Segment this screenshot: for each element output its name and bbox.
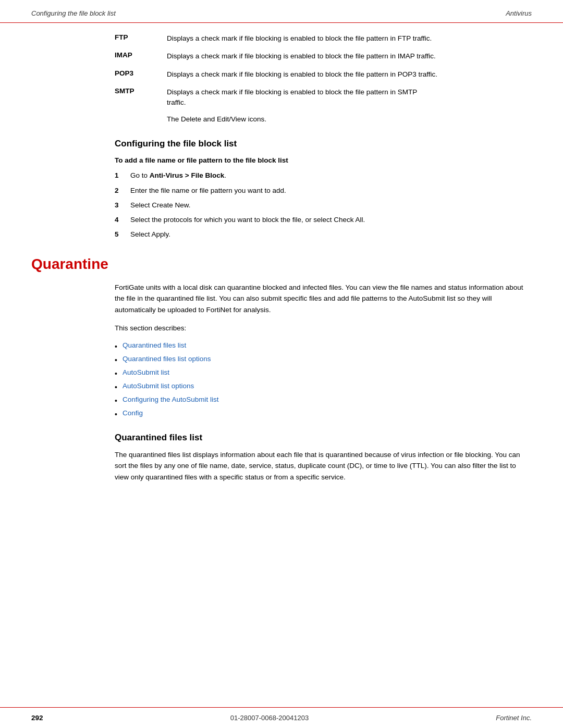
link-autosubmit-list[interactable]: AutoSubmit list	[123, 368, 169, 376]
step-1-text: Go to Anti-Virus > File Block.	[130, 170, 532, 181]
definition-row-smtp: SMTP Displays a check mark if file block…	[115, 87, 532, 108]
quarantine-bullet-list: • Quarantined files list • Quarantined f…	[115, 341, 532, 420]
configuring-sub-heading: To add a file name or file pattern to th…	[115, 156, 532, 164]
step-5: 5 Select Apply.	[115, 229, 532, 240]
step-1-num: 1	[115, 170, 130, 181]
bullet-item-4: • Configuring the AutoSubmit list	[115, 396, 532, 406]
step-4: 4 Select the protocols for which you wan…	[115, 215, 532, 225]
quarantine-intro-para2: This section describes:	[115, 323, 532, 334]
bullet-icon-5: •	[115, 409, 117, 420]
quarantined-files-heading: Quarantined files list	[115, 433, 532, 443]
link-autosubmit-list-options[interactable]: AutoSubmit list options	[123, 382, 194, 390]
bullet-item-0: • Quarantined files list	[115, 341, 532, 352]
desc-imap: Displays a check mark if file blocking i…	[167, 51, 436, 61]
quarantine-chapter-heading: Quarantine	[31, 256, 532, 273]
desc-ftp: Displays a check mark if file blocking i…	[167, 33, 432, 44]
footer-doc-id: 01-28007-0068-20041203	[230, 714, 309, 722]
link-quarantined-files-list-options[interactable]: Quarantined files list options	[123, 355, 211, 363]
bullet-icon-0: •	[115, 341, 117, 352]
definition-row-ftp: FTP Displays a check mark if file blocki…	[115, 33, 532, 44]
term-imap: IMAP	[115, 51, 167, 59]
bullet-icon-4: •	[115, 396, 117, 406]
term-ftp: FTP	[115, 33, 167, 41]
term-pop3: POP3	[115, 69, 167, 77]
step-4-num: 4	[115, 215, 130, 225]
bullet-icon-1: •	[115, 355, 117, 366]
bullet-item-1: • Quarantined files list options	[115, 355, 532, 366]
step-2-num: 2	[115, 186, 130, 196]
step-1: 1 Go to Anti-Virus > File Block.	[115, 170, 532, 181]
bullet-item-3: • AutoSubmit list options	[115, 382, 532, 393]
bullet-icon-2: •	[115, 368, 117, 379]
step-3-text: Select Create New.	[130, 200, 532, 211]
step-5-num: 5	[115, 229, 130, 240]
quarantined-files-para: The quarantined files list displays info…	[115, 449, 532, 483]
page-container: Configuring the file block list Antiviru…	[0, 0, 563, 728]
link-configuring-autosubmit-list[interactable]: Configuring the AutoSubmit list	[123, 396, 219, 403]
bullet-icon-3: •	[115, 382, 117, 393]
header-left-text: Configuring the file block list	[31, 9, 116, 17]
definitions-note: The Delete and Edit/View icons.	[167, 115, 532, 123]
step-5-text: Select Apply.	[130, 229, 532, 240]
step-2: 2 Enter the file name or file pattern yo…	[115, 186, 532, 196]
bullet-item-2: • AutoSubmit list	[115, 368, 532, 379]
link-config[interactable]: Config	[123, 409, 143, 417]
quarantine-intro-para1: FortiGate units with a local disk can qu…	[115, 282, 532, 316]
step-3: 3 Select Create New.	[115, 200, 532, 211]
definition-row-pop3: POP3 Displays a check mark if file block…	[115, 69, 532, 80]
footer-page-number: 292	[31, 714, 43, 722]
definition-row-imap: IMAP Displays a check mark if file block…	[115, 51, 532, 61]
desc-smtp: Displays a check mark if file blocking i…	[167, 87, 438, 108]
main-content: FTP Displays a check mark if file blocki…	[0, 23, 563, 728]
link-quarantined-files-list[interactable]: Quarantined files list	[123, 341, 186, 349]
step-3-num: 3	[115, 200, 130, 211]
definition-table: FTP Displays a check mark if file blocki…	[115, 33, 532, 123]
configuring-section-heading: Configuring the file block list	[115, 139, 532, 149]
page-header: Configuring the file block list Antiviru…	[0, 0, 563, 23]
bullet-item-5: • Config	[115, 409, 532, 420]
page-footer: 292 01-28007-0068-20041203 Fortinet Inc.	[0, 707, 563, 728]
numbered-steps-list: 1 Go to Anti-Virus > File Block. 2 Enter…	[115, 170, 532, 240]
step-2-text: Enter the file name or file pattern you …	[130, 186, 532, 196]
term-smtp: SMTP	[115, 87, 167, 95]
footer-company: Fortinet Inc.	[496, 714, 532, 722]
desc-pop3: Displays a check mark if file blocking i…	[167, 69, 437, 80]
header-right-text: Antivirus	[506, 9, 532, 17]
step-1-bold: Anti-Virus > File Block	[150, 171, 224, 179]
step-4-text: Select the protocols for which you want …	[130, 215, 532, 225]
